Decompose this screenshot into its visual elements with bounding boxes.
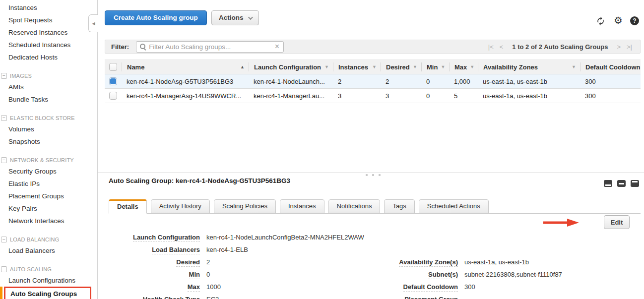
filter-search-box[interactable]: × (136, 41, 284, 53)
create-auto-scaling-group-button[interactable]: Create Auto Scaling group (105, 10, 207, 25)
actions-button[interactable]: Actions (211, 10, 259, 25)
checkbox-fill (110, 78, 116, 84)
pagination-next-button[interactable]: > (617, 43, 621, 51)
column-header-instances[interactable]: Instances▼ (333, 62, 381, 71)
collapse-minus-icon: − (1, 115, 7, 121)
select-all-checkbox[interactable] (109, 63, 117, 71)
tab-scaling-policies[interactable]: Scaling Policies (214, 199, 276, 213)
collapse-minus-icon: − (1, 157, 7, 163)
filter-label: Filter: (111, 43, 129, 51)
edit-button[interactable]: Edit (604, 215, 630, 229)
cell-instances: 3 (333, 92, 381, 100)
detail-label-text: Desired (176, 258, 200, 267)
sidebar-item-placement-groups[interactable]: Placement Groups (0, 190, 97, 202)
column-header-min[interactable]: Min▼ (421, 62, 449, 71)
tab-notifications[interactable]: Notifications (328, 199, 381, 213)
detail-row-min: Min0 (109, 271, 364, 283)
refresh-button[interactable] (596, 16, 605, 28)
sidebar-item-instances[interactable]: Instances (0, 1, 97, 14)
sidebar-item-bundle-tasks[interactable]: Bundle Tasks (0, 93, 97, 106)
detail-label: Desired (109, 258, 200, 267)
collapse-minus-icon: − (1, 237, 7, 242)
detail-row-availability-zone-s: Availability Zone(s)us-east-1a, us-east-… (361, 258, 562, 271)
detail-row-default-cooldown: Default Cooldown300 (361, 283, 562, 296)
sidebar-item-auto-scaling-groups[interactable]: Auto Scaling Groups (4, 287, 91, 299)
tab-details[interactable]: Details (109, 199, 147, 214)
layout-bottom-pane-icon[interactable] (604, 180, 612, 187)
collapse-minus-icon: − (1, 266, 7, 272)
table-row[interactable]: ken-rc4-1-ManagerAsg-14US9WWCR...ken-rc4… (105, 89, 641, 103)
tab-activity-history[interactable]: Activity History (151, 199, 210, 213)
filter-bar: Filter: × |< < 1 to 2 of 2 Auto Scaling … (105, 40, 641, 54)
sort-asc-icon: ▲ (240, 64, 245, 69)
detail-label-text: Max (188, 283, 200, 292)
sort-desc-icon: ▼ (372, 64, 377, 69)
tab-scheduled-actions[interactable]: Scheduled Actions (419, 199, 489, 213)
help-button[interactable]: ? (630, 16, 639, 25)
cell-min: 0 (421, 78, 449, 85)
sidebar-section-auto-scaling[interactable]: −AUTO SCALING (0, 264, 97, 274)
clear-filter-icon[interactable]: × (275, 43, 279, 51)
sidebar-item-reserved-instances[interactable]: Reserved Instances (0, 26, 97, 39)
column-header-launch-configuration[interactable]: Launch Configuration▼ (249, 62, 333, 71)
row-checkbox[interactable] (109, 92, 117, 100)
layout-top-pane-icon[interactable] (631, 180, 639, 187)
sidebar-item-key-pairs[interactable]: Key Pairs (0, 202, 97, 215)
pane-layout-controls (604, 180, 639, 187)
tab-tags[interactable]: Tags (384, 199, 414, 213)
column-header-label: Launch Configuration (254, 63, 321, 71)
collapse-minus-icon: − (1, 73, 7, 79)
row-checkbox-cell (105, 92, 122, 100)
column-header-default-cooldown[interactable]: Default Cooldown (580, 62, 641, 71)
column-header-desired[interactable]: Desired▼ (381, 62, 421, 71)
detail-label: Load Balancers (109, 246, 200, 254)
detail-value: subnet-22163808,subnet-f1110f87 (464, 271, 562, 278)
column-header-max[interactable]: Max▼ (449, 62, 478, 71)
sidebar-collapse-toggle[interactable]: ◀ (88, 14, 98, 32)
selected-item-marker (0, 287, 2, 299)
detail-label-text: Placement Group (404, 296, 458, 299)
sidebar-item-amis[interactable]: AMIs (0, 81, 97, 93)
pagination-prev-button[interactable]: < (500, 43, 504, 51)
pagination: |< < 1 to 2 of 2 Auto Scaling Groups > >… (488, 43, 640, 51)
sort-desc-icon: ▼ (470, 64, 474, 69)
sidebar-item-volumes[interactable]: Volumes (0, 123, 97, 135)
sidebar-item-scheduled-instances[interactable]: Scheduled Instances (0, 39, 97, 51)
sidebar-section-network-security[interactable]: −NETWORK & SECURITY (0, 155, 97, 165)
panel-resize-handle[interactable] (366, 174, 381, 176)
sidebar-item-security-groups[interactable]: Security Groups (0, 165, 97, 178)
cell-min: 0 (421, 92, 449, 100)
row-checkbox[interactable] (109, 77, 117, 85)
settings-button[interactable]: ⚙ (614, 15, 623, 25)
sidebar-item-snapshots[interactable]: Snapshots (0, 135, 97, 148)
detail-value: 2 (206, 258, 210, 266)
layout-split-pane-icon[interactable] (617, 180, 626, 187)
pagination-first-button[interactable]: |< (488, 43, 494, 51)
sidebar-item-launch-configurations[interactable]: Launch Configurations (0, 274, 97, 287)
sidebar-section-label: IMAGES (10, 73, 32, 79)
filter-search-input[interactable] (149, 43, 271, 51)
pagination-range-label: 1 to 2 of 2 Auto Scaling Groups (512, 43, 608, 51)
sidebar-section-load-balancing[interactable]: −LOAD BALANCING (0, 234, 97, 244)
sidebar-item-network-interfaces[interactable]: Network Interfaces (0, 215, 97, 227)
pagination-last-button[interactable]: >| (627, 43, 632, 51)
sidebar-item-spot-requests[interactable]: Spot Requests (0, 14, 97, 26)
search-icon (140, 44, 146, 50)
detail-label: Min (109, 271, 200, 279)
sidebar-section-elastic-block-store[interactable]: −ELASTIC BLOCK STORE (0, 113, 97, 123)
sidebar-section-images[interactable]: −IMAGES (0, 70, 97, 81)
sidebar-item-dedicated-hosts[interactable]: Dedicated Hosts (0, 51, 97, 63)
detail-value: us-east-1a, us-east-1b (464, 258, 529, 266)
column-header-name[interactable]: Name▲ (122, 62, 249, 71)
table-row[interactable]: ken-rc4-1-NodeAsg-G5TU3P561BG3ken-rc4-1-… (105, 74, 641, 89)
auto-scaling-groups-table: Name▲Launch Configuration▼Instances▼Desi… (105, 60, 641, 103)
detail-label: Subnet(s) (361, 271, 458, 279)
detail-value: 1000 (206, 283, 221, 291)
detail-row-max: Max1000 (109, 283, 364, 296)
detail-row-load-balancers: Load Balancersken-rc4-1-ELB (109, 246, 364, 258)
tab-instances[interactable]: Instances (280, 199, 324, 213)
detail-label: Default Cooldown (361, 283, 458, 292)
sidebar-item-load-balancers[interactable]: Load Balancers (0, 244, 97, 257)
sidebar-item-elastic-ips[interactable]: Elastic IPs (0, 178, 97, 190)
column-header-availability-zones[interactable]: Availability Zones▼ (478, 62, 580, 71)
